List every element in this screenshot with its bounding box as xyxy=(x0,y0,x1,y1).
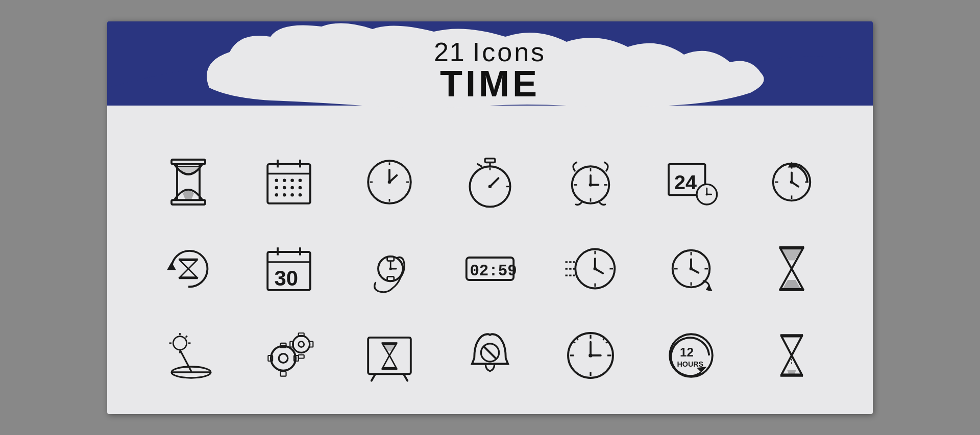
icon-alarm-clock xyxy=(555,146,626,218)
svg-point-74 xyxy=(389,267,392,270)
icon-clock-circle xyxy=(354,146,425,218)
svg-point-36 xyxy=(488,185,492,188)
svg-line-122 xyxy=(403,374,407,380)
svg-point-10 xyxy=(283,178,286,182)
svg-point-28 xyxy=(388,180,391,184)
icon-timeline-board xyxy=(354,320,425,391)
title-icons-text: Icons xyxy=(473,37,546,67)
icon-24-hours: 24 xyxy=(655,146,727,218)
svg-point-107 xyxy=(271,346,296,370)
svg-marker-60 xyxy=(167,262,176,269)
card: 21 Icons TIME xyxy=(107,21,873,414)
svg-line-121 xyxy=(372,374,376,380)
title-time: TIME xyxy=(107,65,873,102)
svg-text:12: 12 xyxy=(680,345,694,359)
icon-time-reverse xyxy=(153,233,224,304)
icons-grid: 24 xyxy=(138,139,842,399)
icon-gears xyxy=(253,320,325,391)
svg-text:02:59: 02:59 xyxy=(470,262,517,280)
icon-wristwatch xyxy=(354,233,425,304)
svg-point-14 xyxy=(283,186,286,189)
svg-rect-117 xyxy=(290,341,293,347)
svg-text:24: 24 xyxy=(674,171,697,193)
svg-rect-4 xyxy=(267,164,310,203)
svg-point-139 xyxy=(589,353,593,357)
svg-point-50 xyxy=(706,193,708,195)
svg-point-9 xyxy=(275,178,278,182)
svg-text:HOURS: HOURS xyxy=(677,360,704,368)
icon-hourglass-empty xyxy=(756,320,827,391)
svg-point-16 xyxy=(298,186,302,189)
svg-point-108 xyxy=(279,353,288,363)
svg-point-86 xyxy=(594,267,597,270)
svg-point-94 xyxy=(690,267,693,270)
icon-clock-refresh xyxy=(756,146,827,218)
svg-point-44 xyxy=(589,183,593,187)
icon-wall-clock xyxy=(555,320,626,391)
icon-digital-clock: 02:59 xyxy=(454,233,526,304)
icon-clock-arrow xyxy=(655,233,727,304)
svg-rect-0 xyxy=(172,160,205,164)
icon-bell-blocked xyxy=(454,320,526,391)
svg-rect-116 xyxy=(298,354,304,358)
svg-rect-29 xyxy=(485,158,495,162)
icon-stopwatch xyxy=(454,146,526,218)
svg-point-19 xyxy=(290,193,294,197)
svg-point-17 xyxy=(275,193,278,197)
icon-fast-clock xyxy=(555,233,626,304)
icon-calendar-grid xyxy=(253,146,325,218)
svg-marker-95 xyxy=(706,284,713,291)
svg-point-58 xyxy=(790,180,794,184)
svg-point-13 xyxy=(275,186,278,189)
icon-hourglass-classic xyxy=(153,146,224,218)
svg-rect-115 xyxy=(298,333,304,337)
svg-point-15 xyxy=(290,186,294,189)
svg-point-11 xyxy=(290,178,294,182)
title-number: 21 xyxy=(434,37,465,67)
outer-frame: 21 Icons TIME xyxy=(97,14,883,422)
icon-hourglass-slim xyxy=(756,233,827,304)
svg-line-101 xyxy=(185,336,187,337)
icon-calendar-30: 30 xyxy=(253,233,325,304)
svg-line-35 xyxy=(490,178,499,187)
title-area: 21 Icons TIME xyxy=(107,37,873,102)
svg-point-20 xyxy=(298,193,302,197)
svg-line-31 xyxy=(478,164,482,166)
svg-rect-1 xyxy=(172,200,205,204)
icon-sundial xyxy=(153,320,224,391)
svg-rect-110 xyxy=(280,371,286,376)
icon-12-hours: 12 HOURS xyxy=(655,320,727,391)
svg-rect-118 xyxy=(309,341,313,347)
svg-point-18 xyxy=(283,193,286,197)
svg-point-113 xyxy=(292,336,309,352)
svg-text:30: 30 xyxy=(274,266,298,290)
svg-point-12 xyxy=(298,178,302,182)
svg-point-98 xyxy=(173,336,186,349)
